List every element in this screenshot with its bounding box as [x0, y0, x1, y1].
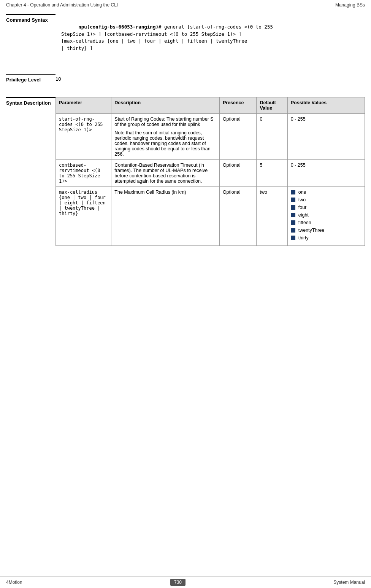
bullet-label: two: [298, 197, 306, 202]
bullet-item: four: [291, 205, 361, 210]
bullet-square-icon: [291, 205, 295, 210]
bullet-label: thirty: [298, 235, 309, 241]
cell-param-0: start-of-rng-codes <(0 to 255 StepSize 1…: [56, 113, 111, 159]
syntax-description-label: Syntax Description: [6, 97, 55, 246]
syntax-description-section: Syntax Description Parameter Description…: [6, 97, 365, 246]
cell-possible-0: 0 - 255: [287, 113, 365, 159]
cell-presence-2: Optional: [219, 186, 257, 245]
bullet-item: two: [291, 197, 361, 202]
bullet-item: twentyThree: [291, 228, 361, 233]
privilege-level-section: Privilege Level 10: [6, 74, 365, 83]
cell-possible-2: onetwofoureightfifteentwentyThreethirty: [287, 186, 365, 245]
privilege-value: 10: [55, 76, 61, 82]
cell-presence-0: Optional: [219, 113, 257, 159]
cell-param-1: contbased-rsrvtimeout <(0 to 255 StepSiz…: [56, 159, 111, 186]
privilege-level-label: Privilege Level: [6, 74, 55, 83]
bullet-label: fifteen: [298, 220, 311, 225]
page-footer: 4Motion 730 System Manual: [0, 576, 371, 588]
col-header-possible: Possible Values: [287, 97, 365, 113]
command-bold-part: npu(config-bs-66053-ranging)#: [78, 24, 161, 30]
privilege-level-content: 10: [55, 74, 365, 83]
table-row: max-cellradius {one | two | four | eight…: [56, 186, 365, 245]
bullet-square-icon: [291, 190, 295, 194]
cell-param-2: max-cellradius {one | two | four | eight…: [56, 186, 111, 245]
cell-possible-1: 0 - 255: [287, 159, 365, 186]
col-header-presence: Presence: [219, 97, 257, 113]
bullet-label: twentyThree: [298, 228, 325, 233]
footer-right: System Manual: [333, 580, 365, 585]
header-left: Chapter 4 - Operation and Administration…: [6, 2, 118, 8]
bullet-item: thirty: [291, 235, 361, 241]
cell-desc-2: The Maximum Cell Radius (in km): [111, 186, 220, 245]
cell-default-0: 0: [257, 113, 287, 159]
bullet-square-icon: [291, 236, 295, 240]
table-row: contbased-rsrvtimeout <(0 to 255 StepSiz…: [56, 159, 365, 186]
cell-desc-1: Contention-Based Reservation Timeout (in…: [111, 159, 220, 186]
col-header-description: Description: [111, 97, 220, 113]
page-number: 730: [170, 579, 186, 586]
bullet-label: one: [298, 190, 306, 195]
header-right: Managing BSs: [335, 2, 365, 8]
bullet-label: eight: [298, 212, 309, 218]
command-syntax-content: npu(config-bs-66053-ranging)# general [s…: [55, 14, 365, 59]
col-header-parameter: Parameter: [56, 97, 111, 113]
bullet-square-icon: [291, 228, 295, 233]
page-header: Chapter 4 - Operation and Administration…: [0, 0, 371, 10]
syntax-table-container: Parameter Description Presence Default V…: [55, 97, 365, 246]
table-header-row: Parameter Description Presence Default V…: [56, 97, 365, 113]
command-text: npu(config-bs-66053-ranging)# general [s…: [55, 24, 273, 58]
command-syntax-label: Command Syntax: [6, 14, 55, 59]
command-syntax-section: Command Syntax npu(config-bs-66053-rangi…: [6, 14, 365, 59]
bullet-square-icon: [291, 220, 295, 225]
bullet-square-icon: [291, 213, 295, 217]
bullet-square-icon: [291, 198, 295, 202]
cell-desc-0: Start of Ranging Codes: The starting num…: [111, 113, 220, 159]
col-header-default: Default Value: [257, 97, 287, 113]
cell-default-2: two: [257, 186, 287, 245]
syntax-table: Parameter Description Presence Default V…: [55, 97, 365, 246]
bullet-item: one: [291, 190, 361, 195]
table-row: start-of-rng-codes <(0 to 255 StepSize 1…: [56, 113, 365, 159]
cell-default-1: 5: [257, 159, 287, 186]
footer-left: 4Motion: [6, 580, 22, 585]
cell-presence-1: Optional: [219, 159, 257, 186]
bullet-item: fifteen: [291, 220, 361, 225]
page-content: Command Syntax npu(config-bs-66053-rangi…: [0, 10, 371, 276]
bullet-label: four: [298, 205, 307, 210]
bullet-item: eight: [291, 212, 361, 218]
